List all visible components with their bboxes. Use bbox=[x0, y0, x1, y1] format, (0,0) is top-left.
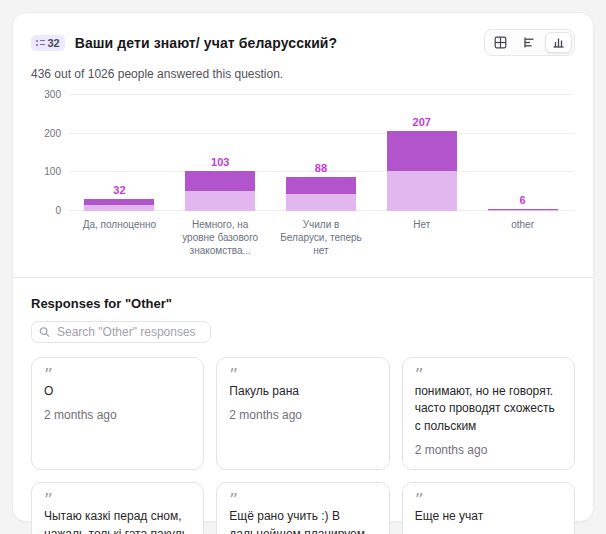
response-card[interactable]: ” Еще не учат 2 months ago bbox=[402, 482, 575, 534]
bar-segment-dark bbox=[185, 171, 255, 191]
y-axis-tick-label: 100 bbox=[31, 167, 61, 177]
response-timestamp: 2 months ago bbox=[415, 443, 562, 457]
bar-band: 88 bbox=[271, 95, 372, 211]
quote-icon: ” bbox=[415, 367, 562, 380]
bar-chart-horizontal-icon bbox=[523, 36, 536, 49]
bar-chart: 32103882076 0100200300 Да, полноценноНем… bbox=[31, 95, 575, 257]
bar[interactable] bbox=[84, 199, 154, 211]
bar-segment-light bbox=[185, 191, 255, 211]
response-text: Еще не учат bbox=[415, 508, 562, 525]
bar-value-label: 6 bbox=[520, 195, 526, 206]
bar[interactable] bbox=[185, 171, 255, 211]
category-label: other bbox=[472, 218, 573, 257]
response-card[interactable]: ” понимают, но не говорят. часто проводя… bbox=[402, 357, 575, 470]
response-timestamp: 2 months ago bbox=[229, 408, 376, 422]
quote-icon: ” bbox=[229, 492, 376, 505]
bar-segment-dark bbox=[286, 177, 356, 194]
bar-band: 6 bbox=[472, 95, 573, 211]
table-icon bbox=[494, 36, 507, 49]
response-text: О bbox=[44, 383, 191, 400]
search-input[interactable] bbox=[31, 321, 211, 343]
response-card[interactable]: ” О 2 months ago bbox=[31, 357, 204, 470]
bar-value-label: 207 bbox=[413, 117, 431, 128]
response-card[interactable]: ” Чытаю казкі перад сном, нажаль толькі … bbox=[31, 482, 204, 534]
response-text: Чытаю казкі перад сном, нажаль толькі гэ… bbox=[44, 508, 191, 534]
search-icon bbox=[39, 327, 50, 338]
category-label: Нет bbox=[371, 218, 472, 257]
question-panel: 32 Ваши дети знают/ учат беларусский? bbox=[12, 12, 594, 522]
y-axis-tick-label: 300 bbox=[31, 90, 61, 100]
response-card[interactable]: ” Ещё рано учить :) В дальнейшем планиру… bbox=[216, 482, 389, 534]
bar-segment-light bbox=[84, 205, 154, 211]
responses-grid: ” О 2 months ago ” Пакуль рана 2 months … bbox=[31, 357, 575, 534]
search-field bbox=[31, 321, 211, 343]
bar-band: 207 bbox=[371, 95, 472, 211]
quote-icon: ” bbox=[44, 492, 191, 505]
answered-count-text: 436 out of 1026 people answered this que… bbox=[31, 67, 575, 81]
bar-band: 103 bbox=[170, 95, 271, 211]
bar-value-label: 103 bbox=[211, 157, 229, 168]
question-number-badge: 32 bbox=[31, 35, 65, 51]
bar-value-label: 88 bbox=[315, 163, 327, 174]
bar[interactable] bbox=[387, 131, 457, 211]
bar-segment-light bbox=[387, 171, 457, 211]
bar-chart-vertical-icon bbox=[552, 36, 565, 49]
response-text: Ещё рано учить :) В дальнейшем планируем… bbox=[229, 508, 376, 534]
question-number: 32 bbox=[48, 37, 60, 49]
y-axis-tick-label: 0 bbox=[31, 206, 61, 216]
responses-heading: Responses for "Other" bbox=[31, 296, 575, 311]
bar-band: 32 bbox=[69, 95, 170, 211]
response-text: понимают, но не говорят. часто проводят … bbox=[415, 383, 562, 435]
category-label: Да, полноценно bbox=[69, 218, 170, 257]
chart-view-switcher bbox=[484, 29, 575, 56]
chart-plot: 32103882076 0100200300 bbox=[69, 95, 573, 211]
bar-value-label: 32 bbox=[113, 185, 125, 196]
chart-bars: 32103882076 bbox=[69, 95, 573, 211]
bar[interactable] bbox=[488, 209, 558, 211]
table-view-button[interactable] bbox=[487, 32, 514, 53]
chart-categories: Да, полноценноНемного, на уровне базовог… bbox=[69, 218, 573, 257]
response-card[interactable]: ” Пакуль рана 2 months ago bbox=[216, 357, 389, 470]
question-title: Ваши дети знают/ учат беларусский? bbox=[75, 35, 337, 51]
list-icon bbox=[36, 40, 45, 46]
question-header: 32 Ваши дети знают/ учат беларусский? bbox=[31, 29, 575, 56]
quote-icon: ” bbox=[44, 367, 191, 380]
response-timestamp: 2 months ago bbox=[44, 408, 191, 422]
bar-segment-dark bbox=[387, 131, 457, 171]
bar-segment-light bbox=[286, 194, 356, 211]
vertical-bar-view-button[interactable] bbox=[545, 32, 572, 53]
quote-icon: ” bbox=[229, 367, 376, 380]
section-divider bbox=[13, 277, 593, 278]
y-axis-tick-label: 200 bbox=[31, 129, 61, 139]
category-label: Учили в Беларуси, теперь нет bbox=[271, 218, 372, 257]
bar-segment-light bbox=[488, 210, 558, 211]
response-text: Пакуль рана bbox=[229, 383, 376, 400]
bar[interactable] bbox=[286, 177, 356, 211]
horizontal-bar-view-button[interactable] bbox=[516, 32, 543, 53]
quote-icon: ” bbox=[415, 492, 562, 505]
category-label: Немного, на уровне базового знакомства..… bbox=[170, 218, 271, 257]
